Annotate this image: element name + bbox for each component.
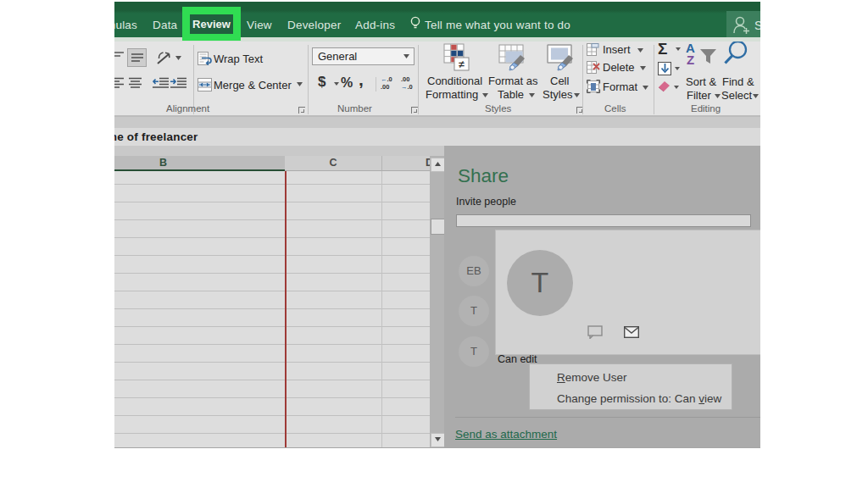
svg-text:≠: ≠ xyxy=(459,58,465,70)
